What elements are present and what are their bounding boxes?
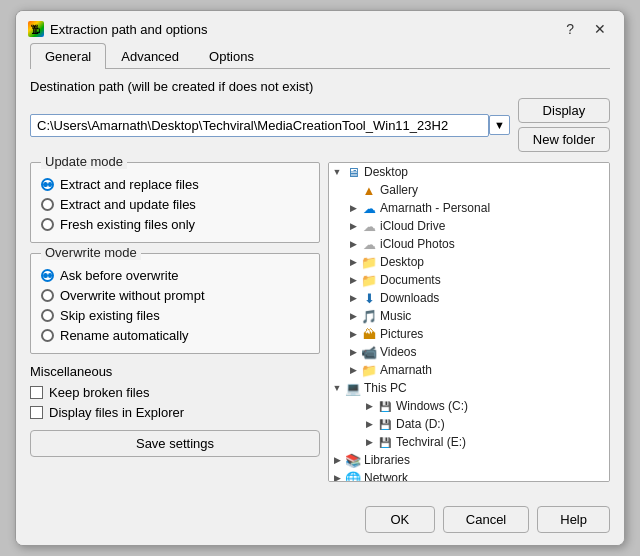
dest-buttons: Display New folder [518,98,610,152]
icloud-drive-icon: ☁ [361,218,377,234]
expand-icon: ▶ [345,344,361,360]
cancel-button[interactable]: Cancel [443,506,529,533]
tree-item-c-drive[interactable]: ▶ 💾 Windows (C:) [329,397,609,415]
expand-icon: ▶ [345,218,361,234]
documents-icon: 📁 [361,272,377,288]
pictures-icon: 🏔 [361,326,377,342]
tree-item-desktop-root[interactable]: ▼ 🖥 Desktop [329,163,609,181]
expand-icon: ▼ [329,380,345,396]
overwrite-mode-option-1[interactable]: Overwrite without prompt [41,288,309,303]
radio-overwrite-noprompt [41,289,54,302]
gallery-icon: ▲ [361,182,377,198]
libraries-icon: 📚 [345,452,361,468]
update-mode-option-1[interactable]: Extract and update files [41,197,309,212]
overwrite-mode-title: Overwrite mode [41,245,141,260]
ok-button[interactable]: OK [365,506,435,533]
destination-dropdown[interactable]: ▼ [489,115,510,135]
downloads-icon: ⬇ [361,290,377,306]
expand-icon: ▶ [345,290,361,306]
tab-bar: General Advanced Options [30,43,610,69]
misc-option-0[interactable]: Keep broken files [30,385,320,400]
save-settings-button[interactable]: Save settings [30,430,320,457]
update-mode-option-0[interactable]: Extract and replace files [41,177,309,192]
tree-item-pictures[interactable]: ▶ 🏔 Pictures [329,325,609,343]
expand-icon: ▶ [345,362,361,378]
tree-item-gallery[interactable]: ▲ Gallery [329,181,609,199]
tree-item-amarnath[interactable]: ▶ 📁 Amarnath [329,361,609,379]
expand-icon: ▶ [345,308,361,324]
tree-item-music[interactable]: ▶ 🎵 Music [329,307,609,325]
tree-item-d-drive[interactable]: ▶ 💾 Data (D:) [329,415,609,433]
tab-advanced[interactable]: Advanced [106,43,194,69]
cloud-icon: ☁ [361,200,377,216]
tree-item-icloud-drive[interactable]: ▶ ☁ iCloud Drive [329,217,609,235]
bottom-bar: OK Cancel Help [16,496,624,545]
expand-icon [345,182,361,198]
tab-options[interactable]: Options [194,43,269,69]
overwrite-mode-option-2[interactable]: Skip existing files [41,308,309,323]
update-mode-section: Update mode Extract and replace files Ex… [30,162,320,243]
expand-icon: ▼ [329,164,345,180]
display-button[interactable]: Display [518,98,610,123]
checkbox-display-files [30,406,43,419]
amarnath-folder-icon: 📁 [361,362,377,378]
radio-extract-update [41,198,54,211]
tree-item-libraries[interactable]: ▶ 📚 Libraries [329,451,609,469]
tree-item-icloud-photos[interactable]: ▶ ☁ iCloud Photos [329,235,609,253]
destination-input[interactable] [30,114,489,137]
desktop-folder-icon: 📁 [361,254,377,270]
tree-item-desktop-sub[interactable]: ▶ 📁 Desktop [329,253,609,271]
folder-icon: 🖥 [345,164,361,180]
radio-skip-existing [41,309,54,322]
expand-icon: ▶ [361,398,377,414]
checkbox-keep-broken [30,386,43,399]
network-icon: 🌐 [345,470,361,482]
app-icon: 🗜 [28,21,44,37]
title-bar: 🗜 Extraction path and options ? ✕ [16,11,624,43]
expand-icon: ▶ [345,200,361,216]
help-button[interactable]: ? [560,19,580,39]
radio-ask-overwrite [41,269,54,282]
expand-icon: ▶ [345,272,361,288]
overwrite-mode-section: Overwrite mode Ask before overwrite Over… [30,253,320,354]
close-button[interactable]: ✕ [588,19,612,39]
misc-option-1[interactable]: Display files in Explorer [30,405,320,420]
update-mode-title: Update mode [41,154,127,169]
tree-item-this-pc[interactable]: ▼ 💻 This PC [329,379,609,397]
save-btn-row: Save settings [30,430,320,457]
miscellaneous-section: Miscellaneous Keep broken files Display … [30,364,320,420]
new-folder-button[interactable]: New folder [518,127,610,152]
tree-item-amarnath-personal[interactable]: ▶ ☁ Amarnath - Personal [329,199,609,217]
expand-icon: ▶ [361,434,377,450]
tree-item-downloads[interactable]: ▶ ⬇ Downloads [329,289,609,307]
tree-item-network[interactable]: ▶ 🌐 Network [329,469,609,482]
left-panel: Update mode Extract and replace files Ex… [30,162,320,482]
file-tree[interactable]: ▼ 🖥 Desktop ▲ Gallery ▶ ☁ Amarnath - Per… [328,162,610,482]
expand-icon: ▶ [345,236,361,252]
misc-title: Miscellaneous [30,364,320,379]
this-pc-icon: 💻 [345,380,361,396]
tree-item-documents[interactable]: ▶ 📁 Documents [329,271,609,289]
expand-icon: ▶ [329,470,345,482]
expand-icon: ▶ [329,452,345,468]
radio-fresh-existing [41,218,54,231]
dialog-content: General Advanced Options Destination pat… [16,43,624,496]
help-dialog-button[interactable]: Help [537,506,610,533]
dialog-title: Extraction path and options [50,22,208,37]
videos-icon: 📹 [361,344,377,360]
tree-item-videos[interactable]: ▶ 📹 Videos [329,343,609,361]
c-drive-icon: 💾 [377,398,393,414]
tab-general[interactable]: General [30,43,106,69]
update-mode-option-2[interactable]: Fresh existing files only [41,217,309,232]
overwrite-mode-option-0[interactable]: Ask before overwrite [41,268,309,283]
title-bar-left: 🗜 Extraction path and options [28,21,208,37]
icloud-photos-icon: ☁ [361,236,377,252]
extraction-dialog: 🗜 Extraction path and options ? ✕ Genera… [15,10,625,546]
expand-icon: ▶ [345,326,361,342]
expand-icon: ▶ [345,254,361,270]
main-row: Update mode Extract and replace files Ex… [30,162,610,482]
radio-extract-replace [41,178,54,191]
tree-item-e-drive[interactable]: ▶ 💾 Techviral (E:) [329,433,609,451]
overwrite-mode-option-3[interactable]: Rename automatically [41,328,309,343]
title-bar-controls: ? ✕ [560,19,612,39]
